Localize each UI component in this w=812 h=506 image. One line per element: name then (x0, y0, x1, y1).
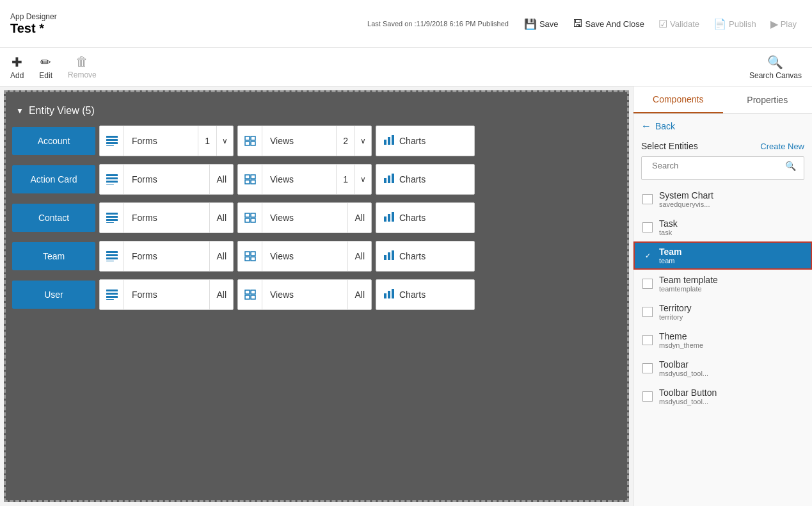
entity-name-button[interactable]: Team (12, 242, 95, 270)
search-canvas-label: Search Canvas (749, 71, 802, 80)
save-and-close-button[interactable]: 🖫 Save And Close (568, 15, 650, 32)
views-label: Views (262, 290, 347, 300)
entity-text: Toolbarmsdyusd_tool... (659, 359, 708, 377)
charts-card[interactable]: Charts (376, 241, 475, 272)
svg-rect-32 (392, 212, 394, 222)
entity-checkbox[interactable] (642, 335, 653, 345)
remove-icon: 🗑 (76, 54, 88, 69)
entity-name: Toolbar Button (659, 388, 717, 398)
views-arrow-icon[interactable]: ∨ (354, 165, 371, 194)
forms-label: Forms (124, 213, 209, 223)
canvas-area[interactable]: ▼ Entity View (5) Account Forms 1 ∨ View… (4, 90, 629, 502)
list-item[interactable]: Toolbarmsdyusd_tool... (633, 354, 812, 382)
entity-checkbox[interactable]: ✓ (642, 250, 653, 261)
entity-sub: msdyn_theme (659, 341, 703, 349)
entity-checkbox[interactable] (642, 307, 653, 317)
entity-checkbox[interactable] (642, 194, 653, 204)
svg-rect-14 (106, 184, 114, 184)
forms-arrow-icon[interactable]: ∨ (216, 126, 233, 156)
forms-icon (100, 203, 124, 233)
save-button[interactable]: 💾 Save (519, 15, 564, 33)
entity-sub: savedqueryvis... (659, 200, 713, 208)
svg-rect-35 (106, 257, 118, 259)
charts-card[interactable]: Charts (376, 279, 475, 310)
svg-rect-47 (106, 299, 114, 300)
views-card[interactable]: Views All (237, 279, 372, 310)
entity-name: Task (659, 218, 678, 229)
back-row[interactable]: ← Back (633, 114, 812, 138)
list-item[interactable]: Thememsdyn_theme (633, 326, 812, 354)
header-right: Last Saved on :11/9/2018 6:16 PM Publish… (367, 15, 802, 33)
entity-list[interactable]: System Chartsavedqueryvis...Tasktask✓Tea… (633, 185, 812, 506)
search-input[interactable] (649, 157, 785, 174)
entity-checkbox[interactable] (642, 279, 653, 289)
collapse-arrow-icon[interactable]: ▼ (16, 106, 24, 115)
list-item[interactable]: Team templateteamtemplate (633, 270, 812, 298)
add-label: Add (10, 71, 24, 80)
views-count: All (347, 280, 371, 309)
remove-button[interactable]: 🗑 Remove (68, 54, 97, 79)
save-close-label: Save And Close (585, 19, 645, 29)
views-arrow-icon[interactable]: ∨ (354, 126, 371, 156)
views-card[interactable]: Views 2 ∨ (237, 126, 372, 156)
forms-card[interactable]: Forms All (99, 164, 234, 195)
save-label: Save (539, 19, 559, 29)
validate-button[interactable]: ☑ Validate (653, 15, 705, 33)
svg-rect-28 (245, 218, 250, 222)
list-item[interactable]: Territoryterritory (633, 298, 812, 326)
charts-card[interactable]: Charts (376, 126, 475, 156)
list-item[interactable]: Toolbar Buttonmsdyusd_tool... (633, 382, 812, 411)
tab-components[interactable]: Components (633, 86, 723, 113)
back-arrow-icon: ← (641, 120, 651, 132)
tab-properties[interactable]: Properties (723, 86, 813, 113)
entity-name-button[interactable]: Contact (12, 204, 95, 232)
entity-name-button[interactable]: Account (12, 127, 95, 155)
list-item[interactable]: System Chartsavedqueryvis... (633, 185, 812, 213)
svg-rect-31 (388, 214, 390, 222)
play-button[interactable]: ▶ Play (765, 15, 802, 33)
publish-label: Publish (729, 19, 756, 29)
list-item[interactable]: ✓Teamteam (633, 241, 812, 270)
svg-rect-16 (251, 175, 255, 179)
forms-card[interactable]: Forms All (99, 202, 234, 233)
right-panel: Components Properties ← Back Select Enti… (633, 86, 812, 506)
add-button[interactable]: ✚ Add (10, 54, 24, 80)
entity-name-button[interactable]: User (12, 281, 95, 309)
charts-card[interactable]: Charts (376, 164, 475, 195)
views-card[interactable]: Views All (237, 202, 372, 233)
entity-checkbox[interactable] (642, 363, 653, 373)
forms-card[interactable]: Forms All (99, 279, 234, 310)
last-saved-meta: Last Saved on :11/9/2018 6:16 PM Publish… (367, 20, 509, 28)
edit-icon: ✏ (40, 54, 51, 70)
forms-card[interactable]: Forms All (99, 241, 234, 272)
svg-rect-20 (388, 175, 390, 183)
edit-button[interactable]: ✏ Edit (39, 54, 52, 80)
forms-count: All (209, 280, 233, 309)
svg-rect-24 (106, 219, 118, 221)
svg-rect-39 (245, 257, 250, 261)
app-title: Test * (10, 21, 57, 36)
charts-icon (384, 250, 394, 263)
forms-icon (100, 126, 124, 156)
create-new-link[interactable]: Create New (760, 142, 804, 151)
entity-checkbox[interactable] (642, 391, 653, 402)
forms-card[interactable]: Forms 1 ∨ (99, 126, 234, 156)
entity-sub: territory (659, 313, 692, 321)
charts-card[interactable]: Charts (376, 202, 475, 233)
charts-label: Charts (399, 174, 426, 184)
charts-icon (384, 211, 394, 224)
search-canvas-button[interactable]: 🔍 Search Canvas (749, 54, 802, 80)
publish-button[interactable]: 📄 Publish (708, 15, 761, 33)
svg-rect-46 (106, 296, 118, 298)
views-card[interactable]: Views All (237, 241, 372, 272)
svg-rect-30 (384, 216, 386, 222)
entity-name-button[interactable]: Action Card (12, 165, 95, 193)
entity-rows-container: Account Forms 1 ∨ Views 2 ∨ Charts Actio… (12, 126, 621, 310)
svg-rect-22 (106, 213, 118, 215)
views-card[interactable]: Views 1 ∨ (237, 164, 372, 195)
entity-sub: msdyusd_tool... (659, 398, 717, 405)
svg-rect-45 (106, 293, 118, 295)
validate-icon: ☑ (658, 18, 667, 30)
entity-checkbox[interactable] (642, 222, 653, 233)
list-item[interactable]: Tasktask (633, 213, 812, 241)
